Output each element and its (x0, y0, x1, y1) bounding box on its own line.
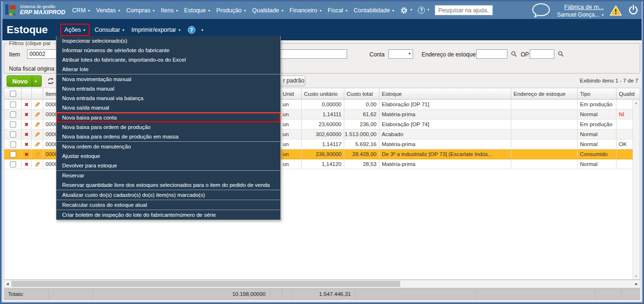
pencil-icon (34, 161, 40, 167)
cell-tipo: Normal (578, 139, 616, 149)
delete-row-button[interactable]: ✖ (22, 100, 32, 109)
menu-item-criar-boletim[interactable]: Criar boletim de inspeção do lote do fab… (56, 210, 280, 220)
menu-item-nova-baixa-ops-massa[interactable]: Nova baixa para ordens de produção em ma… (56, 132, 280, 141)
help-icon[interactable]: ? (418, 7, 429, 14)
vertical-scrollbar[interactable]: ▲ ▼ (633, 100, 640, 279)
op-search-icon[interactable] (558, 51, 564, 57)
row-checkbox[interactable] (10, 131, 16, 138)
header-tipo[interactable]: Tipo (578, 88, 616, 99)
scrollbar-thumb[interactable] (11, 281, 400, 287)
delete-row-button[interactable]: ✖ (22, 159, 32, 169)
scroll-right-icon[interactable]: ▶ (635, 282, 638, 286)
menu-item-alterar-lote[interactable]: Alterar lote (56, 64, 280, 74)
menu-item-nova-entrada-balanca[interactable]: Nova entrada manual via balança (56, 93, 280, 103)
endereco-search-icon[interactable] (511, 51, 517, 57)
totals-cost: 1.547.446,31 (292, 289, 356, 299)
edit-row-button[interactable] (32, 110, 43, 119)
conta-select[interactable] (388, 49, 413, 59)
chat-bubble-icon[interactable] (531, 2, 552, 18)
help-dropdown-caret[interactable] (199, 27, 203, 33)
scroll-down-icon[interactable]: ▼ (635, 275, 638, 278)
header-unid[interactable]: Unid (280, 88, 302, 99)
logo-icon (5, 4, 17, 17)
menu-item-recalcular-custos[interactable]: Recalcular custos do estoque atual (56, 200, 280, 210)
header-endereco[interactable]: Endereço de estoque (511, 88, 578, 99)
new-button[interactable]: Novo ▾ (7, 75, 42, 87)
menu-item-nova-movimentacao[interactable]: Nova movimentação manual (56, 74, 280, 84)
edit-row-button[interactable] (32, 159, 43, 169)
menu-item-nova-baixa-conta[interactable]: Nova baixa para conta (56, 113, 280, 122)
menu-estoque[interactable]: Estoque (184, 7, 210, 14)
menu-item-ajustar-estoque[interactable]: Ajustar estoque (56, 151, 280, 161)
menu-item-nova-baixa-op[interactable]: Nova baixa para ordem de produção (56, 122, 280, 132)
warning-icon[interactable] (609, 5, 622, 16)
page-help-icon[interactable]: ? (188, 26, 195, 34)
menu-vendas[interactable]: Vendas (96, 7, 120, 14)
delete-row-button[interactable]: ✖ (22, 149, 32, 159)
actions-menu-button[interactable]: Ações (60, 24, 90, 36)
header-qualid[interactable]: Qualid (616, 88, 640, 99)
menu-item-inspecionar[interactable]: Inspecionar selecionado(s) (56, 36, 280, 46)
menu-itens[interactable]: Itens (161, 7, 178, 14)
logout-power-icon[interactable] (628, 5, 639, 16)
refresh-icon[interactable] (47, 77, 55, 85)
menu-item-atribuir-lotes[interactable]: Atribuir lotes do fabricante, importando… (56, 55, 280, 64)
row-checkbox[interactable] (10, 141, 16, 147)
select-all-checkbox[interactable] (10, 91, 16, 97)
app-logo[interactable]: Sistema de gestão ERP MAXIPROD (5, 4, 65, 17)
scroll-left-icon[interactable]: ◀ (6, 282, 9, 286)
row-checkbox[interactable] (10, 111, 16, 118)
header-estoque[interactable]: Estoque (379, 88, 511, 99)
print-export-menu-button[interactable]: Imprimir/exportar (131, 27, 180, 33)
menu-qualidade[interactable]: Qualidade (252, 7, 284, 14)
header-custo-total[interactable]: Custo total (344, 88, 379, 99)
delete-icon: ✖ (25, 132, 28, 137)
delete-row-button[interactable]: ✖ (22, 139, 32, 149)
row-checkbox[interactable] (10, 101, 16, 108)
menu-item-informar-numeros[interactable]: Informar números de série/lote do fabric… (56, 46, 280, 55)
settings-gear-icon[interactable] (400, 7, 412, 14)
new-button-caret-icon[interactable]: ▾ (32, 76, 40, 86)
scroll-up-icon[interactable]: ▲ (635, 101, 638, 104)
item-filter-label: Item (9, 51, 20, 58)
menu-item-reservar[interactable]: Reservar (56, 171, 280, 180)
company-link[interactable]: Fábrica de m... (564, 4, 604, 10)
delete-row-button[interactable]: ✖ (22, 110, 32, 119)
cell-endereco (511, 120, 578, 129)
consult-menu-button[interactable]: Consultar (95, 27, 125, 33)
header-custo-unitario[interactable]: Custo unitário (302, 88, 344, 99)
row-checkbox[interactable] (10, 151, 16, 157)
menu-item-nova-saida[interactable]: Nova saída manual (56, 103, 280, 112)
search-input[interactable] (435, 5, 493, 15)
user-menu[interactable]: Samuel Gonça... (557, 11, 604, 18)
cell-custo-total: 61,62 (344, 110, 379, 119)
menu-crm[interactable]: CRM (72, 7, 90, 14)
edit-row-button[interactable] (32, 139, 43, 149)
menu-compras[interactable]: Compras (126, 7, 155, 14)
edit-row-button[interactable] (32, 120, 43, 129)
filters-legend[interactable]: Filtros (clique par (7, 40, 53, 46)
menu-producao[interactable]: Produção (216, 7, 246, 14)
menu-financeiro[interactable]: Financeiro (290, 7, 322, 14)
edit-row-button[interactable] (32, 149, 43, 159)
row-checkbox[interactable] (10, 121, 16, 128)
menu-item-nova-ordem-manutencao[interactable]: Nova ordem de manutenção (56, 142, 280, 151)
cell-tipo: Normal (578, 129, 616, 139)
cell-endereco (511, 100, 578, 109)
delete-row-button[interactable]: ✖ (22, 129, 32, 139)
row-checkbox[interactable] (10, 161, 16, 167)
menu-fiscal[interactable]: Fiscal (328, 7, 348, 14)
cell-custo-unitario: 236,90000 (302, 149, 344, 159)
menu-item-reservar-quantidade[interactable]: Reservar quantidade livre dos estoques s… (56, 180, 280, 190)
endereco-input[interactable] (476, 49, 507, 59)
pencil-icon (34, 141, 40, 147)
menu-item-nova-entrada[interactable]: Nova entrada manual (56, 84, 280, 93)
edit-row-button[interactable] (32, 100, 43, 109)
op-input[interactable] (530, 49, 554, 59)
menu-item-devolver-estoque[interactable]: Devolver para estoque (56, 161, 280, 170)
menu-item-atualizar-custo[interactable]: Atualizar custo do(s) cadastro(s) do(s) … (56, 190, 280, 200)
menu-contabilidade[interactable]: Contabilidade (354, 7, 394, 14)
edit-row-button[interactable] (32, 129, 43, 139)
delete-row-button[interactable]: ✖ (22, 120, 32, 129)
horizontal-scrollbar[interactable]: ◀ ▶ (4, 280, 640, 288)
